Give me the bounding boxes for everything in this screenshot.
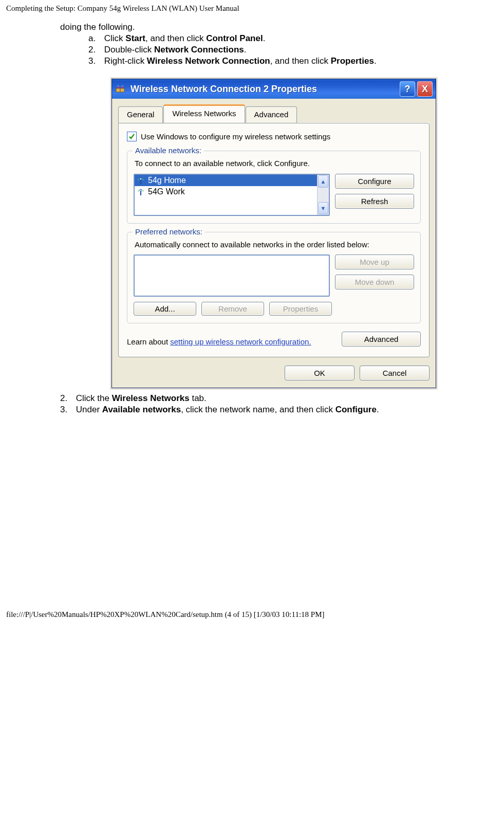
close-icon: X bbox=[422, 84, 428, 95]
scroll-up-button[interactable]: ▲ bbox=[318, 175, 328, 188]
close-button[interactable]: X bbox=[417, 81, 433, 97]
group-legend: Preferred networks: bbox=[133, 227, 205, 236]
tab-advanced[interactable]: Advanced bbox=[246, 106, 297, 123]
properties-button[interactable]: Properties bbox=[269, 302, 332, 316]
remove-button[interactable]: Remove bbox=[201, 302, 264, 316]
help-icon: ? bbox=[405, 84, 410, 95]
svg-rect-1 bbox=[120, 88, 124, 92]
tab-strip: General Wireless Networks Advanced bbox=[118, 104, 430, 123]
titlebar[interactable]: Wireless Network Connection 2 Properties… bbox=[112, 79, 436, 99]
chevron-up-icon: ▲ bbox=[321, 178, 326, 185]
group-legend: Available networks: bbox=[133, 146, 204, 155]
svg-point-4 bbox=[140, 189, 142, 191]
use-windows-label: Use Windows to configure my wireless net… bbox=[141, 132, 330, 141]
steps-list-bottom: 2. Click the Wireless Networks tab. 3. U… bbox=[60, 393, 481, 415]
advanced-button[interactable]: Advanced bbox=[342, 332, 421, 347]
footer-path: file:///P|/User%20Manuals/HP%20XP%20WLAN… bbox=[6, 610, 498, 619]
list-item: 3. Under Available networks, click the n… bbox=[60, 405, 481, 415]
available-networks-list[interactable]: 54g Home 54G Work bbox=[134, 174, 330, 216]
list-item: 2. Double-click Network Connections. bbox=[88, 45, 481, 55]
available-networks-group: Available networks: To connect to an ava… bbox=[127, 151, 421, 224]
scroll-down-button[interactable]: ▼ bbox=[318, 202, 328, 214]
group-desc: Automatically connect to available netwo… bbox=[135, 240, 414, 250]
preferred-networks-group: Preferred networks: Automatically connec… bbox=[127, 232, 421, 324]
tab-general[interactable]: General bbox=[118, 106, 163, 123]
lead-text: doing the following. bbox=[60, 22, 481, 32]
antenna-icon bbox=[137, 176, 145, 185]
steps-list-top: a. Click Start, and then click Control P… bbox=[88, 33, 481, 66]
network-item[interactable]: 54G Work bbox=[135, 186, 317, 197]
preferred-networks-list[interactable] bbox=[134, 254, 330, 297]
refresh-button[interactable]: Refresh bbox=[335, 194, 414, 209]
properties-dialog: Wireless Network Connection 2 Properties… bbox=[111, 79, 436, 388]
network-item-selected[interactable]: 54g Home bbox=[135, 175, 317, 186]
check-icon bbox=[128, 133, 135, 140]
configure-button[interactable]: Configure bbox=[335, 174, 414, 189]
antenna-icon bbox=[137, 188, 145, 196]
svg-rect-0 bbox=[116, 88, 120, 92]
cancel-button[interactable]: Cancel bbox=[360, 366, 430, 380]
tab-wireless-networks[interactable]: Wireless Networks bbox=[163, 104, 245, 123]
svg-point-2 bbox=[140, 178, 142, 180]
network-name: 54G Work bbox=[148, 187, 185, 196]
scrollbar[interactable]: ▲ ▼ bbox=[317, 175, 329, 215]
scroll-track[interactable] bbox=[318, 188, 329, 202]
move-down-button[interactable]: Move down bbox=[335, 275, 414, 289]
tab-page: Use Windows to configure my wireless net… bbox=[118, 123, 430, 357]
group-desc: To connect to an available network, clic… bbox=[135, 158, 414, 169]
chevron-down-icon: ▼ bbox=[321, 205, 326, 211]
list-item: a. Click Start, and then click Control P… bbox=[88, 33, 481, 44]
ok-button[interactable]: OK bbox=[285, 366, 354, 380]
help-button[interactable]: ? bbox=[400, 81, 415, 97]
page-header: Completing the Setup: Company 54g Wirele… bbox=[6, 4, 498, 13]
learn-text: Learn about setting up wireless network … bbox=[127, 337, 311, 347]
list-item: 3. Right-click Wireless Network Connecti… bbox=[88, 56, 481, 66]
add-button[interactable]: Add... bbox=[134, 302, 196, 316]
list-item: 2. Click the Wireless Networks tab. bbox=[60, 393, 481, 404]
learn-link[interactable]: setting up wireless network configuratio… bbox=[170, 337, 311, 346]
use-windows-checkbox[interactable] bbox=[127, 132, 137, 141]
move-up-button[interactable]: Move up bbox=[335, 254, 414, 269]
network-name: 54g Home bbox=[148, 176, 186, 185]
dialog-title: Wireless Network Connection 2 Properties bbox=[130, 84, 398, 95]
window-icon bbox=[115, 83, 126, 95]
